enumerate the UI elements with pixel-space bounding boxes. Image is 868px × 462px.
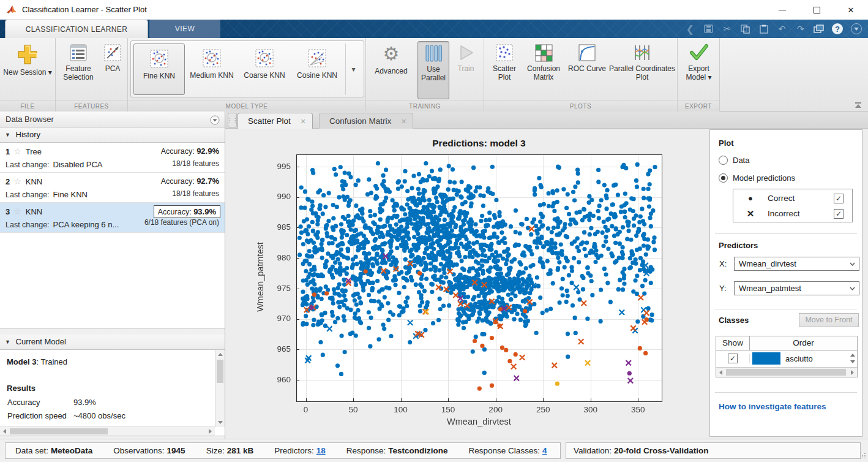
incorrect-checkbox[interactable]: ✓ (834, 209, 844, 219)
title-bar: Classification Learner - Scatter Plot ✕ (0, 0, 868, 20)
class-row-asciutto[interactable]: ✓ asciutto (716, 350, 857, 366)
status-observations: Observations:1945 (113, 446, 185, 455)
use-parallel-button[interactable]: Use Parallel (417, 41, 449, 99)
train-icon (457, 44, 475, 62)
spinner-down-icon[interactable] (850, 360, 855, 363)
classes-hscroll-thumb[interactable] (726, 369, 846, 376)
prediction-legend: ● Correct ✓ ✕ Incorrect ✓ (733, 189, 853, 222)
spinner-up-icon[interactable] (850, 354, 855, 357)
document-area: ⋮⋮ Scatter Plot ✕ Confusion Matrix ✕ Pre… (225, 112, 868, 439)
dataset-status-box: Data set:MeteoData Observations:1945 Siz… (5, 442, 561, 459)
correct-checkbox[interactable]: ✓ (834, 194, 844, 203)
parallel-coordinates-plot-button[interactable]: Parallel Coordinates Plot (608, 41, 676, 81)
y-predictor-dropdown[interactable]: Wmean_patmtest (734, 281, 859, 295)
scroll-right-icon[interactable] (851, 370, 854, 375)
history-item-3-selected[interactable]: 3 ☆ KNN Accuracy: 93.9% Last change:PCA … (0, 203, 225, 233)
predictors-count-link[interactable]: 18 (316, 446, 326, 455)
scatter-plot-button[interactable]: Scatter Plot (487, 41, 522, 81)
tab-confusion-matrix[interactable]: Confusion Matrix ✕ (319, 113, 413, 129)
class-name: asciutto (785, 354, 848, 363)
scroll-left-icon[interactable] (3, 429, 6, 434)
classes-horizontal-scrollbar[interactable] (716, 367, 857, 377)
new-session-menu-arrow-icon: ▾ (48, 68, 52, 77)
vscroll-thumb[interactable] (217, 360, 223, 383)
quick-access-toolbar: ❮ ✂ ↶ ↷ ? (686, 20, 862, 38)
favorite-star-icon[interactable]: ☆ (13, 176, 21, 186)
collapse-ribbon-button[interactable] (853, 101, 863, 109)
history-item-1[interactable]: 1 ☆ Tree Accuracy: 92.9% Last change:Dis… (0, 143, 225, 173)
current-model-section-header[interactable]: ▼ Current Model (0, 335, 225, 350)
how-to-investigate-features-link[interactable]: How to investigate features (719, 402, 826, 411)
close-tab-icon[interactable]: ✕ (301, 118, 306, 125)
new-session-button[interactable]: New Session ▾ (3, 41, 52, 77)
tab-view[interactable]: VIEW (149, 20, 220, 38)
resize-grip[interactable] (860, 451, 866, 460)
hscroll-thumb[interactable] (10, 428, 108, 434)
current-model-vertical-scrollbar[interactable] (215, 350, 225, 427)
status-predictors: Predictors:18 (274, 446, 326, 455)
confusion-matrix-icon (534, 44, 553, 62)
model-type-section-label: MODEL TYPE (128, 100, 365, 112)
results-title: Results (7, 384, 36, 393)
confusion-matrix-button[interactable]: Confusion Matrix (523, 41, 564, 81)
scatter-canvas[interactable] (225, 129, 708, 439)
favorite-star-icon[interactable]: ☆ (13, 146, 21, 156)
history-item-2[interactable]: 2 ☆ KNN Accuracy: 92.7% Last change:Fine… (0, 173, 225, 203)
maximize-button[interactable] (799, 0, 834, 20)
current-model-horizontal-scrollbar[interactable] (0, 426, 215, 436)
move-to-front-button[interactable]: Move to Front (799, 313, 859, 327)
roc-curve-button[interactable]: ROC Curve (567, 41, 607, 73)
best-accuracy-badge: Accuracy: 93.9% (154, 205, 220, 218)
class-show-checkbox[interactable]: ✓ (728, 354, 738, 363)
tab-drag-handle[interactable]: ⋮⋮ (228, 113, 237, 127)
tab-scatter-plot[interactable]: Scatter Plot ✕ (238, 113, 313, 129)
qat-dropdown-icon[interactable] (851, 23, 862, 34)
classes-table-header: Show Order (716, 336, 857, 350)
history-section-header[interactable]: ▼ History (0, 127, 225, 143)
use-parallel-icon (424, 44, 443, 62)
close-button[interactable]: ✕ (834, 0, 868, 20)
close-tab-icon[interactable]: ✕ (401, 118, 406, 125)
scroll-down-icon[interactable] (218, 421, 223, 424)
ribbon-section-model-type: Fine KNN Medium KNN Coarse KNN Cosine KN… (128, 38, 366, 112)
feature-selection-button[interactable]: Feature Selection (58, 41, 99, 81)
data-browser-header: Data Browser (0, 112, 225, 127)
favorite-star-icon[interactable]: ☆ (13, 206, 21, 216)
incorrect-marker-icon: ✕ (733, 208, 768, 219)
minimize-button[interactable] (765, 0, 799, 20)
class-order-spinner[interactable] (848, 351, 857, 366)
training-section-label: TRAINING (366, 100, 484, 112)
export-model-button[interactable]: Export Model ▾ (680, 41, 717, 81)
ribbon-section-export: Export Model ▾ EXPORT (678, 38, 720, 112)
cut-icon[interactable]: ✂ (722, 24, 732, 34)
save-icon[interactable] (703, 24, 714, 34)
radio-data[interactable]: Data (719, 156, 749, 165)
copy-icon[interactable] (740, 24, 750, 34)
pca-button[interactable]: PCA (100, 41, 125, 73)
layout-icon[interactable] (814, 24, 824, 34)
model-fine-knn-button[interactable]: Fine KNN (133, 44, 185, 95)
model-medium-knn-button[interactable]: Medium KNN (186, 44, 238, 95)
response-classes-link[interactable]: 4 (542, 446, 547, 455)
redo-icon[interactable]: ↷ (795, 24, 806, 34)
x-predictor-label: X: (719, 259, 727, 268)
radio-model-predictions[interactable]: Model predictions (719, 173, 795, 183)
model-cosine-knn-button[interactable]: Cosine KNN (291, 44, 343, 95)
undo-icon[interactable]: ↶ (777, 24, 787, 34)
x-predictor-dropdown[interactable]: Wmean_dirvtest (734, 257, 859, 271)
advanced-button[interactable]: ⚙ Advanced (371, 41, 411, 75)
gallery-dropdown-button[interactable]: ▾ (345, 44, 361, 95)
y-predictor-label: Y: (719, 284, 727, 293)
tab-classification-learner[interactable]: CLASSIFICATION LEARNER (5, 20, 148, 38)
document-tab-bar: ⋮⋮ Scatter Plot ✕ Confusion Matrix ✕ (225, 112, 868, 129)
scroll-up-icon[interactable] (218, 353, 223, 356)
scroll-right-icon[interactable] (209, 429, 212, 434)
scroll-left-icon[interactable] (719, 370, 722, 375)
train-button[interactable]: Train (452, 41, 480, 73)
paste-icon[interactable] (758, 24, 769, 34)
status-response-classes: Response Classes:4 (469, 446, 547, 455)
model-type-gallery: Fine KNN Medium KNN Coarse KNN Cosine KN… (130, 40, 364, 97)
model-coarse-knn-button[interactable]: Coarse KNN (239, 44, 290, 95)
help-icon[interactable]: ? (832, 23, 843, 34)
close-icon: ✕ (848, 6, 855, 15)
